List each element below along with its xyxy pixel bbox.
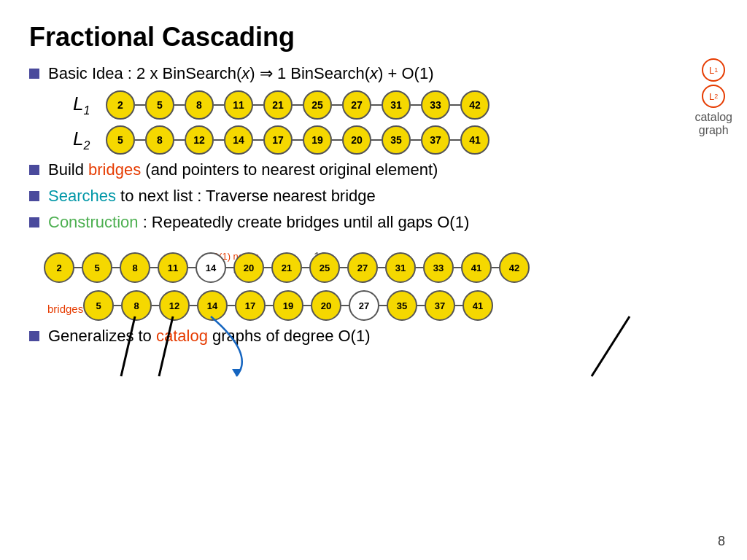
bullet-text-2: Build bridges (and pointers to nearest o… (48, 160, 438, 179)
bullet-square-3 (29, 191, 39, 201)
node-sm: 33 (423, 252, 454, 283)
catalog-node-L2: L2 (702, 85, 725, 108)
bullet-text-5: Generalizes to catalog graphs of degree … (48, 327, 371, 346)
bullet-square-4 (29, 217, 39, 228)
node: 5 (145, 90, 174, 120)
svg-line-0 (121, 316, 135, 376)
catalog-label: cataloggraph (694, 111, 732, 137)
chain-area: L1 2 5 8 11 21 25 27 31 33 42 L2 5 8 12 … (73, 90, 718, 155)
node: 21 (263, 90, 293, 120)
svg-line-3 (592, 316, 630, 376)
node-sm: 27 (347, 252, 378, 283)
node: 41 (460, 125, 489, 155)
node-sm: 8 (121, 290, 152, 321)
node: 2 (106, 90, 135, 120)
bottom-row-1: 2 5 8 11 14 20 21 25 27 31 33 41 42 (44, 252, 718, 283)
node: 33 (421, 90, 450, 120)
bullet-list-5: Generalizes to catalog graphs of degree … (29, 327, 718, 346)
bullet-list-2: Build bridges (and pointers to nearest o… (29, 160, 718, 232)
node-sm: 42 (499, 252, 530, 283)
node-sm: 11 (158, 252, 188, 283)
node-sm: 19 (273, 290, 303, 321)
construction-word: Construction (48, 213, 139, 231)
node-sm: 5 (82, 252, 112, 283)
bottom-diagram: O(1) nodes ↓ 18 2 5 8 11 14 20 21 25 27 … (44, 252, 718, 321)
catalog-node-L1: L1 (702, 58, 725, 82)
bullet-list: Basic Idea : 2 x BinSearch(x) ⇒ 1 BinSea… (29, 64, 718, 83)
bullet-item-5: Generalizes to catalog graphs of degree … (29, 327, 718, 346)
node-sm-white: 14 (196, 252, 226, 283)
node: 42 (460, 90, 489, 120)
node: 14 (224, 125, 253, 155)
bullet-item-4: Construction : Repeatedly create bridges… (29, 213, 718, 232)
L1-label: L1 (73, 93, 98, 117)
node-sm: 17 (235, 290, 266, 321)
node: 35 (382, 125, 411, 155)
node-sm: 41 (461, 252, 492, 283)
bullet-text-1: Basic Idea : 2 x BinSearch(x) ⇒ 1 BinSea… (48, 64, 434, 83)
node-sm: 2 (44, 252, 74, 283)
node-sm: 20 (311, 290, 341, 321)
node: 5 (106, 125, 135, 155)
node: 27 (342, 90, 371, 120)
node-sm: 21 (271, 252, 302, 283)
bridges-label: bridges (47, 303, 83, 315)
node: 31 (382, 90, 411, 120)
node-sm: 31 (385, 252, 416, 283)
node-sm: 8 (120, 252, 150, 283)
node-sm-white: 27 (349, 290, 379, 321)
bullet-item-1: Basic Idea : 2 x BinSearch(x) ⇒ 1 BinSea… (29, 64, 718, 83)
page-number: 8 (718, 534, 725, 549)
catalog-word: catalog (156, 327, 208, 345)
node-sm: 12 (159, 290, 190, 321)
L2-label: L2 (73, 128, 98, 152)
node-sm: 14 (197, 290, 228, 321)
node: 8 (185, 90, 214, 120)
bullet-square-5 (29, 331, 39, 341)
node: 19 (303, 125, 332, 155)
bullet-item-2: Build bridges (and pointers to nearest o… (29, 160, 718, 179)
node-sm: 25 (309, 252, 340, 283)
page-title: Fractional Cascading (29, 22, 718, 52)
node: 11 (224, 90, 253, 120)
bottom-row-2: 5 8 12 14 17 19 20 27 35 37 41 (83, 290, 718, 321)
node: 37 (421, 125, 450, 155)
node: 17 (263, 125, 293, 155)
node: 12 (185, 125, 214, 155)
svg-line-1 (159, 316, 173, 376)
node-sm: 20 (233, 252, 264, 283)
catalog-graph: L1 L2 cataloggraph (694, 58, 732, 137)
bullet-text-3: Searches to next list : Traverse nearest… (48, 187, 376, 206)
bridges-word: bridges (88, 160, 141, 179)
searches-word: Searches (48, 187, 116, 205)
bullet-item-3: Searches to next list : Traverse nearest… (29, 187, 718, 206)
bullet-square-2 (29, 165, 39, 175)
bullet-square-1 (29, 69, 39, 79)
L1-row: L1 2 5 8 11 21 25 27 31 33 42 (73, 90, 718, 120)
L2-row: L2 5 8 12 14 17 19 20 35 37 41 (73, 125, 718, 155)
bullet-text-4: Construction : Repeatedly create bridges… (48, 213, 469, 232)
svg-marker-2 (232, 369, 241, 376)
node-sm: 41 (462, 290, 493, 321)
node: 8 (145, 125, 174, 155)
node: 25 (303, 90, 332, 120)
node-sm: 35 (387, 290, 417, 321)
node-sm: 37 (425, 290, 455, 321)
node-sm: 5 (83, 290, 114, 321)
node: 20 (342, 125, 371, 155)
